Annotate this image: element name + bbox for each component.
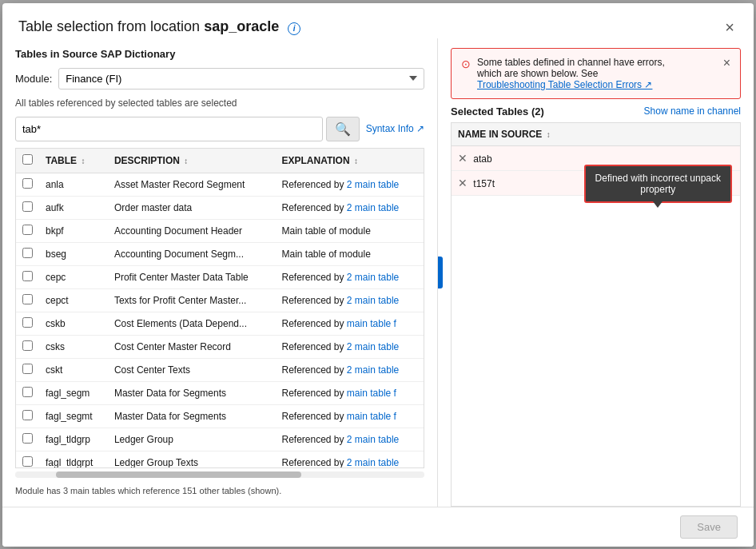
row-checkbox[interactable] [22,294,33,304]
row-description: Accounting Document Header [108,219,276,242]
location-name: sap_oracle [204,18,279,34]
row-checkbox[interactable] [22,387,33,397]
remove-t157t-button[interactable]: ✕ [458,177,468,189]
row-checkbox[interactable] [22,456,33,467]
row-description: Cost Elements (Data Depend... [108,312,276,335]
selected-row-atab: ✕ atab [452,145,740,170]
error-close-button[interactable]: × [723,57,730,70]
selected-col-name[interactable]: NAME IN SOURCE ↕ [452,123,740,146]
table-row: fagl_segmMaster Data for SegmentsReferen… [16,381,424,404]
main-table-link[interactable]: 2 main table [347,364,399,376]
main-table-link[interactable]: 2 main table [347,179,399,190]
main-table-link[interactable]: 2 main table [347,272,399,283]
error-line2: which are shown below. See [477,68,598,79]
save-button[interactable]: Save [680,515,738,539]
row-table-name: fagl_segmt [39,404,108,428]
table-row: fagl_segmtMaster Data for SegmentsRefere… [16,404,424,428]
row-description: Ledger Group Texts [108,451,276,468]
col-description[interactable]: DESCRIPTION ↕ [108,149,276,173]
row-checkbox[interactable] [22,271,33,281]
helper-text: All tables referenced by selected tables… [15,97,424,109]
row-checkbox[interactable] [22,317,33,328]
error-troubleshoot-link[interactable]: Troubleshooting Table Selection Errors ↗ [477,79,652,90]
info-icon[interactable]: i [288,22,300,35]
row-explanation: Referenced by 2 main table [275,196,424,219]
show-name-link[interactable]: Show name in channel [644,105,741,117]
row-description: Asset Master Record Segment [108,173,276,196]
row-table-name: csks [39,335,108,358]
selected-tables-title: Selected Tables (2) [451,105,544,117]
t157t-name: t157t [473,178,495,189]
search-input[interactable] [15,117,323,141]
error-banner: ⊙ Some tables defined in channel have er… [451,48,741,99]
module-label: Module: [15,73,52,85]
module-select[interactable]: Finance (FI) Controlling (CO) Materials … [58,68,424,90]
table-row: cskbCost Elements (Data Depend...Referen… [16,312,424,335]
main-table-link[interactable]: main table f [347,411,396,422]
row-explanation: Referenced by 2 main table [275,173,424,196]
row-explanation: Main table of module [275,219,424,242]
row-table-name: fagl_tldgrpt [39,451,108,468]
row-description: Cost Center Master Record [108,335,276,358]
col-explanation[interactable]: EXPLANATION ↕ [275,149,424,173]
row-checkbox[interactable] [22,178,33,189]
row-checkbox[interactable] [22,248,33,258]
row-checkbox[interactable] [22,433,33,444]
row-explanation: Referenced by 2 main table [275,428,424,451]
main-table-link[interactable]: main table f [347,318,396,329]
main-table-link[interactable]: main table f [347,388,396,399]
tables-list: TABLE ↕ DESCRIPTION ↕ EXPLANATION ↕ anla… [15,148,424,468]
modal-overlay: Table selection from location sap_oracle… [0,0,756,549]
row-description: Texts for Profit Center Master... [108,288,276,312]
expand-button[interactable]: ▶ [438,257,443,288]
error-line1: Some tables defined in channel have erro… [477,57,665,68]
row-explanation: Referenced by 2 main table [275,358,424,381]
search-button[interactable]: 🔍 [326,117,360,141]
table-row: fagl_tldgrpLedger GroupReferenced by 2 m… [16,428,424,451]
row-explanation: Referenced by main table f [275,381,424,404]
main-table-link[interactable]: 2 main table [347,295,399,306]
remove-atab-button[interactable]: ✕ [458,152,468,165]
row-table-name: cepct [39,288,108,312]
row-checkbox[interactable] [22,201,33,212]
selected-tables-table: NAME IN SOURCE ↕ ✕ atab [452,123,740,196]
row-checkbox[interactable] [22,364,33,374]
row-table-name: anla [39,173,108,196]
table-row: csktCost Center TextsReferenced by 2 mai… [16,358,424,381]
row-checkbox[interactable] [22,225,33,235]
main-table-link[interactable]: 2 main table [347,202,399,213]
row-description: Profit Center Master Data Table [108,265,276,288]
error-icon: ⊙ [461,58,471,70]
selected-row-atab-cell: ✕ atab [452,145,740,170]
row-table-name: bseg [39,242,108,265]
table-row: cepcProfit Center Master Data TableRefer… [16,265,424,288]
syntax-info-link[interactable]: Syntax Info ↗ [366,117,424,141]
status-bar: Module has 3 main tables which reference… [15,481,424,497]
row-checkbox[interactable] [22,410,33,420]
table-row: cepctTexts for Profit Center Master...Re… [16,288,424,312]
main-table-link[interactable]: 2 main table [347,341,399,352]
table-row: bsegAccounting Document Segm...Main tabl… [16,242,424,265]
close-button[interactable]: × [722,16,738,38]
table-row: bkpfAccounting Document HeaderMain table… [16,219,424,242]
row-table-name: fagl_tldgrp [39,428,108,451]
error-text: Some tables defined in channel have erro… [477,57,717,90]
tables-table: TABLE ↕ DESCRIPTION ↕ EXPLANATION ↕ anla… [16,149,424,468]
row-description: Master Data for Segments [108,404,276,428]
horizontal-scrollbar[interactable] [15,471,424,478]
row-explanation: Referenced by 2 main table [275,265,424,288]
row-explanation: Referenced by main table f [275,404,424,428]
row-table-name: fagl_segm [39,381,108,404]
atab-name: atab [473,153,491,165]
row-explanation: Referenced by 2 main table [275,335,424,358]
main-table-link[interactable]: 2 main table [347,457,399,468]
select-all-checkbox[interactable] [22,154,33,165]
selected-tables-header: Selected Tables (2) Show name in channel [438,105,754,122]
row-checkbox[interactable] [22,340,33,351]
modal-title: Table selection from location sap_oracle… [18,18,300,35]
col-table[interactable]: TABLE ↕ [39,149,108,173]
row-table-name: cskb [39,312,108,335]
row-description: Order master data [108,196,276,219]
row-explanation: Referenced by 2 main table [275,451,424,468]
main-table-link[interactable]: 2 main table [347,434,399,445]
